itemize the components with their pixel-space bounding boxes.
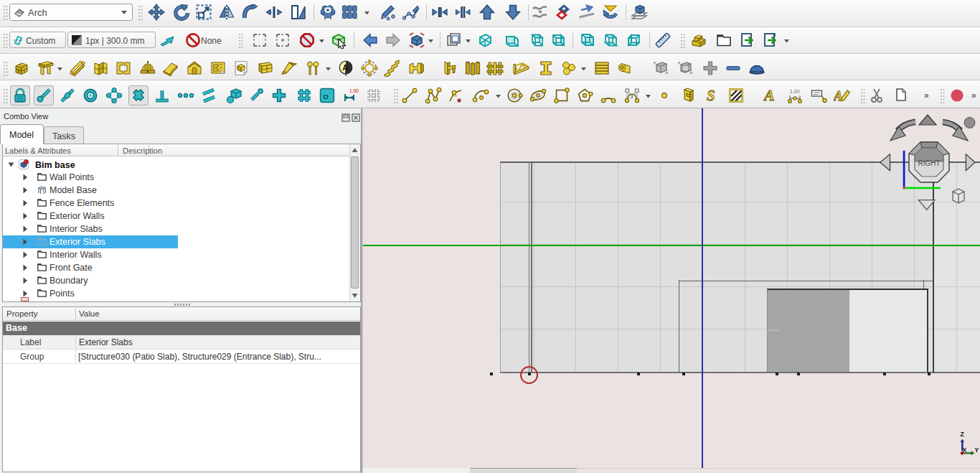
svg-text:Z: Z (961, 431, 964, 438)
svg-text:A: A (342, 63, 348, 72)
svg-text:3: 3 (631, 94, 633, 99)
svg-text:Y: Y (975, 446, 979, 454)
svg-text:S: S (707, 87, 715, 104)
svg-text:1.00: 1.00 (790, 89, 800, 94)
svg-text:A: A (763, 87, 775, 104)
svg-text:RIGHT: RIGHT (918, 159, 940, 167)
svg-text:1.00: 1.00 (349, 88, 359, 93)
